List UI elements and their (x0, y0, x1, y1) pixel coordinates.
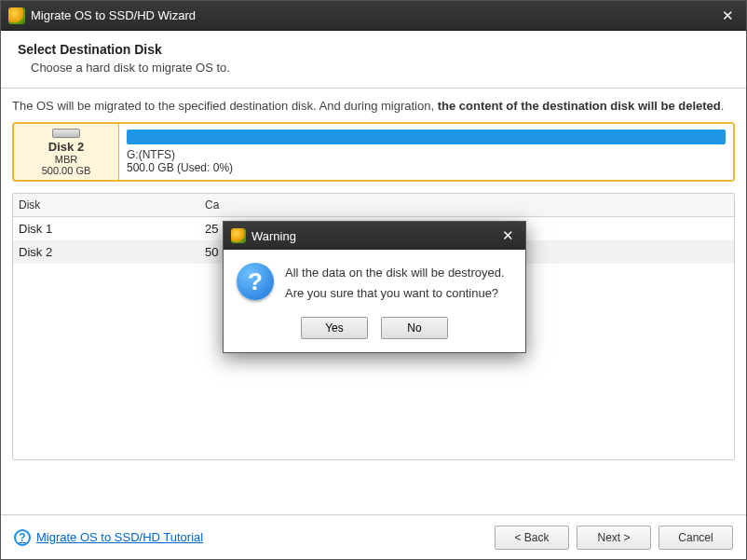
table-header: Disk Ca (13, 194, 734, 217)
dialog-buttons: Yes No (224, 311, 525, 352)
partition-size: 500.0 GB (Used: 0%) (127, 161, 726, 174)
intro-bold: the content of the destination disk will… (438, 99, 721, 113)
dialog-line1: All the data on the disk will be destroy… (285, 263, 505, 283)
dialog-title: Warning (251, 229, 497, 243)
intro-pre: The OS will be migrated to the specified… (12, 99, 438, 113)
window-title: Migrate OS to SSD/HD Wizard (31, 8, 716, 22)
page-title: Select Destination Disk (18, 42, 729, 57)
intro-text: The OS will be migrated to the specified… (12, 98, 735, 115)
title-bar: Migrate OS to SSD/HD Wizard ✕ (1, 1, 746, 31)
help-link[interactable]: ? Migrate OS to SSD/HD Tutorial (14, 529, 203, 546)
dialog-line2: Are you sure that you want to continue? (285, 283, 505, 304)
warning-dialog: Warning ✕ ? All the data on the disk wil… (223, 221, 526, 353)
page-subtitle: Choose a hard disk to migrate OS to. (31, 61, 729, 75)
no-button[interactable]: No (381, 317, 448, 339)
selected-disk-name: Disk 2 (48, 140, 84, 154)
selected-disk-type: MBR (55, 154, 77, 165)
yes-button[interactable]: Yes (301, 317, 368, 339)
dialog-titlebar: Warning ✕ (224, 222, 525, 250)
wizard-footer: ? Migrate OS to SSD/HD Tutorial < Back N… (1, 514, 746, 559)
disk-icon (52, 129, 80, 138)
selected-disk-partition: G:(NTFS) 500.0 GB (Used: 0%) (118, 124, 733, 180)
next-button[interactable]: Next > (577, 526, 651, 550)
cancel-button[interactable]: Cancel (659, 526, 733, 550)
partition-label: G:(NTFS) (127, 148, 726, 161)
app-icon (231, 228, 246, 243)
selected-disk-size: 500.00 GB (42, 165, 91, 176)
help-label: Migrate OS to SSD/HD Tutorial (36, 530, 203, 544)
app-icon (8, 7, 25, 24)
cell-disk: Disk 2 (13, 240, 199, 264)
help-icon: ? (14, 529, 31, 546)
question-icon: ? (237, 263, 274, 300)
wizard-header: Select Destination Disk Choose a hard di… (1, 31, 746, 89)
close-icon[interactable]: ✕ (497, 227, 518, 244)
col-disk[interactable]: Disk (13, 194, 199, 216)
selected-disk-summary: Disk 2 MBR 500.00 GB (14, 124, 118, 180)
intro-post: . (721, 99, 725, 113)
dialog-message: All the data on the disk will be destroy… (285, 263, 505, 304)
back-button[interactable]: < Back (495, 526, 569, 550)
partition-bar (127, 130, 726, 144)
dialog-body: ? All the data on the disk will be destr… (224, 250, 525, 311)
col-capacity[interactable]: Ca (199, 194, 404, 216)
col-model[interactable] (404, 194, 734, 216)
cell-disk: Disk 1 (13, 217, 199, 240)
selected-disk-card[interactable]: Disk 2 MBR 500.00 GB G:(NTFS) 500.0 GB (… (12, 122, 735, 182)
close-icon[interactable]: ✕ (716, 5, 739, 27)
